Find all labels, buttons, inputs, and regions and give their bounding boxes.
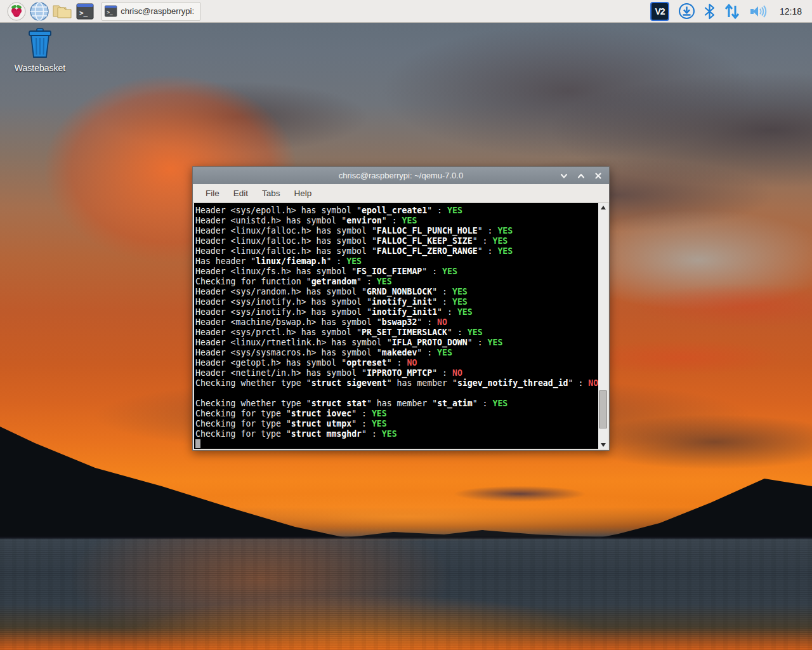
- scrollbar-track[interactable]: [598, 211, 608, 441]
- terminal-line: Checking for function "getrandom" : YES: [195, 277, 598, 287]
- terminal-line: Has header "linux/fiemap.h" : YES: [195, 256, 598, 267]
- terminal-line: Header <netinet/in.h> has symbol "IPPROT…: [195, 368, 598, 378]
- menu-tabs[interactable]: Tabs: [255, 189, 287, 198]
- scroll-up-button[interactable]: [598, 203, 608, 211]
- svg-text:>_: >_: [107, 10, 113, 15]
- wastebasket-desktop-icon[interactable]: Wastebasket: [5, 28, 75, 73]
- vnc-icon[interactable]: V2: [650, 2, 669, 21]
- terminal-line: Header <linux/rtnetlink.h> has symbol "I…: [195, 338, 598, 348]
- menu-help[interactable]: Help: [287, 189, 319, 198]
- updater-download-icon[interactable]: [678, 3, 695, 20]
- terminal-line: Header <linux/falloc.h> has symbol "FALL…: [195, 226, 598, 236]
- terminal-line: Header <sys/sysmacros.h> has symbol "mak…: [195, 348, 598, 358]
- minimize-icon: [560, 172, 568, 180]
- terminal-launcher-button[interactable]: >_: [74, 1, 96, 22]
- terminal-line: Checking for type "struct mmsghdr" : YES: [195, 429, 598, 439]
- terminal-line: Checking whether type "struct stat" has …: [195, 399, 598, 409]
- menu-file[interactable]: File: [199, 189, 226, 198]
- svg-text:>_: >_: [79, 9, 88, 17]
- terminal-line: Checking whether type "struct sigevent" …: [195, 378, 598, 388]
- window-titlebar[interactable]: chrisc@raspberrypi: ~/qemu-7.0.0: [193, 167, 609, 184]
- web-browser-button[interactable]: [28, 1, 51, 22]
- terminal-line: Header <sys/epoll.h> has symbol "epoll_c…: [195, 206, 598, 216]
- scroll-down-button[interactable]: [598, 441, 608, 449]
- window-title: chrisc@raspberrypi: ~/qemu-7.0.0: [193, 171, 609, 180]
- wastebasket-label: Wastebasket: [5, 63, 75, 73]
- terminal-scrollbar[interactable]: [598, 203, 608, 449]
- terminal-line: Header <linux/fs.h> has symbol "FS_IOC_F…: [195, 267, 598, 277]
- scroll-down-arrow-icon: [601, 443, 606, 447]
- scroll-up-arrow-icon: [601, 206, 606, 209]
- maximize-button[interactable]: [577, 172, 585, 180]
- web-browser-globe-icon: [29, 1, 49, 22]
- close-icon: [594, 172, 602, 180]
- vnc-logo-text: V2: [655, 6, 664, 17]
- terminal-line: Header <unistd.h> has symbol "environ" :…: [195, 216, 598, 226]
- volume-icon[interactable]: [749, 3, 768, 20]
- window-controls: [560, 172, 609, 180]
- close-button[interactable]: [594, 172, 602, 180]
- scrollbar-thumb[interactable]: [599, 390, 607, 428]
- terminal-icon: >_: [75, 3, 95, 20]
- terminal-line: [195, 388, 598, 399]
- terminal-line: Header <sys/prctl.h> has symbol "PR_SET_…: [195, 328, 598, 338]
- terminal-line: Header <getopt.h> has symbol "optreset" …: [195, 358, 598, 368]
- terminal-line: Checking for type "struct iovec" : YES: [195, 409, 598, 419]
- network-arrows-icon[interactable]: [724, 3, 740, 20]
- clock[interactable]: 12:18: [780, 6, 802, 17]
- terminal-line: Header <sys/inotify.h> has symbol "inoti…: [195, 297, 598, 307]
- bluetooth-icon[interactable]: [704, 3, 715, 20]
- system-tray: V2 12:18: [650, 2, 807, 21]
- terminal-line: Header <linux/falloc.h> has symbol "FALL…: [195, 246, 598, 256]
- file-manager-folder-icon: [51, 2, 73, 21]
- minimize-button[interactable]: [560, 172, 568, 180]
- menu-edit[interactable]: Edit: [226, 189, 255, 198]
- raspberry-menu-icon: [7, 2, 26, 21]
- terminal-line: Header <machine/bswap.h> has symbol "bsw…: [195, 317, 598, 328]
- terminal-cursor-line: [195, 439, 598, 449]
- taskbar-window-label: chrisc@raspberrypi: ...: [121, 6, 194, 16]
- taskbar-window-button[interactable]: >_ chrisc@raspberrypi: ...: [102, 2, 200, 21]
- terminal-window: chrisc@raspberrypi: ~/qemu-7.0.0 File: [192, 166, 610, 451]
- taskbar: >_ >_ chrisc@raspberrypi: ... V2: [0, 0, 812, 23]
- file-manager-button[interactable]: [51, 1, 74, 22]
- maximize-icon: [577, 172, 585, 180]
- wastebasket-icon: [25, 28, 55, 58]
- terminal-line: Header <linux/falloc.h> has symbol "FALL…: [195, 236, 598, 246]
- window-menubar: File Edit Tabs Help: [193, 184, 609, 202]
- terminal-line: Header <sys/inotify.h> has symbol "inoti…: [195, 307, 598, 317]
- terminal-output[interactable]: Header <sys/epoll.h> has symbol "epoll_c…: [194, 203, 598, 449]
- terminal-line: Checking for type "struct utmpx" : YES: [195, 419, 598, 429]
- terminal-cursor: [195, 439, 200, 448]
- terminal-frame: Header <sys/epoll.h> has symbol "epoll_c…: [193, 202, 609, 450]
- terminal-icon: >_: [104, 4, 117, 18]
- app-menu-button[interactable]: [5, 1, 28, 22]
- terminal-line: Header <sys/random.h> has symbol "GRND_N…: [195, 287, 598, 297]
